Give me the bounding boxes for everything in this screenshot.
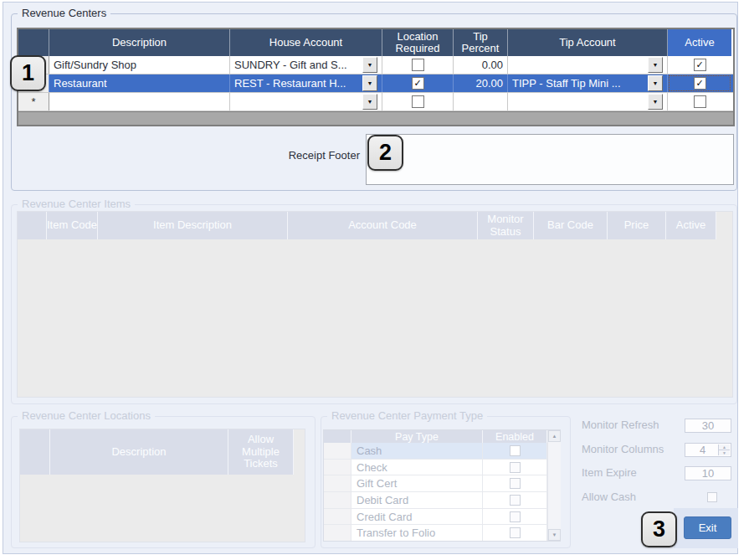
tip-account-cell[interactable]: ▼	[508, 56, 668, 74]
payment-row-gift-cert: Gift Cert	[324, 475, 547, 492]
dropdown-arrow-icon[interactable]: ▼	[648, 57, 663, 73]
revenue-center-row-gift-sundry[interactable]: Gift/Sundry Shop SUNDRY - Gift and S... …	[18, 56, 733, 74]
header-monitor-status: Monitor Status	[478, 212, 534, 239]
allow-cash-checkbox	[707, 492, 717, 502]
header-price: Price	[608, 212, 666, 239]
dropdown-arrow-icon[interactable]: ▼	[362, 57, 377, 73]
scroll-up-icon: ▲	[548, 430, 561, 442]
header-tip-account: Tip Account	[508, 29, 668, 56]
enabled-checkbox	[510, 445, 521, 456]
monitor-columns-label: Monitor Columns	[582, 443, 664, 455]
tip-percent-cell[interactable]	[454, 93, 508, 110]
monitor-columns-stepper: 4 ▲ ▼	[685, 443, 731, 457]
callout-badge-3: 3	[641, 511, 677, 547]
revenue-center-items-group-label: Revenue Center Items	[18, 198, 135, 210]
monitor-refresh-input: 30	[685, 419, 731, 433]
revenue-centers-grid[interactable]: Description House Account Location Requi…	[17, 28, 735, 126]
revenue-center-locations-grid: Description Allow Multiple Tickets	[19, 429, 305, 542]
house-account-value: REST - Restaurant H...	[234, 77, 346, 90]
active-cell[interactable]: ✓	[668, 56, 731, 74]
revenue-center-payment-type-group-label: Revenue Center Payment Type	[327, 409, 487, 422]
header-bar-code: Bar Code	[534, 212, 608, 239]
dropdown-arrow-icon[interactable]: ▼	[648, 75, 663, 91]
payment-grid-header: Pay Type Enabled	[324, 430, 547, 443]
header-description: Description	[49, 29, 230, 56]
tip-account-cell[interactable]: ▼	[508, 93, 668, 110]
header-description: Description	[50, 429, 228, 475]
allow-cash-label: Allow Cash	[582, 491, 636, 503]
header-allow-multiple-tickets: Allow Multiple Tickets	[228, 429, 294, 475]
location-required-cell[interactable]	[382, 56, 454, 74]
location-required-checkbox[interactable]	[412, 95, 424, 108]
header-row-selector	[324, 430, 351, 443]
header-active: Active	[666, 212, 716, 239]
house-account-cell[interactable]: ▼	[230, 93, 382, 110]
pay-type-cell: Cash	[351, 443, 483, 459]
items-grid-header: Item Code Item Description Account Code …	[18, 212, 732, 239]
header-enabled: Enabled	[483, 430, 547, 443]
payment-grid-scrollbar: ▲ ▼	[547, 430, 561, 541]
active-cell[interactable]	[668, 93, 731, 110]
header-house-account: House Account	[230, 29, 382, 56]
revenue-center-row-new[interactable]: * ▼ ▼	[18, 93, 733, 111]
payment-row-cash: Cash	[324, 443, 547, 460]
dropdown-arrow-icon[interactable]: ▼	[362, 75, 377, 91]
tip-percent-cell[interactable]: 0.00	[454, 56, 508, 74]
location-required-checkbox[interactable]: ✓	[412, 77, 424, 90]
new-row-marker[interactable]: *	[18, 93, 49, 110]
revenue-center-items-grid: Item Code Item Description Account Code …	[17, 211, 733, 398]
dropdown-arrow-icon[interactable]: ▼	[648, 94, 663, 110]
pay-type-cell: Credit Card	[351, 509, 483, 525]
revenue-centers-group-label: Revenue Centers	[18, 7, 110, 19]
exit-button[interactable]: Exit	[684, 516, 731, 539]
description-cell[interactable]: Gift/Sundry Shop	[49, 56, 230, 74]
spin-up-icon: ▲	[719, 444, 730, 450]
tip-account-cell[interactable]: TIPP - Staff Tip Mini ... ▼	[508, 74, 668, 92]
header-active: Active	[668, 29, 731, 56]
header-row-selector	[20, 429, 50, 475]
house-account-cell[interactable]: REST - Restaurant H... ▼	[230, 74, 382, 92]
payment-row-credit-card: Credit Card	[324, 509, 547, 526]
active-cell-focused[interactable]: ✓	[668, 74, 731, 92]
description-cell[interactable]: Restaurant	[49, 74, 230, 92]
payment-row-check: Check	[324, 460, 547, 476]
callout-badge-2: 2	[367, 135, 403, 171]
enabled-checkbox	[510, 478, 521, 489]
active-checkbox[interactable]	[694, 95, 706, 108]
grid-filler-area	[18, 111, 733, 125]
active-checkbox[interactable]: ✓	[694, 77, 706, 90]
pay-type-cell: Debit Card	[351, 492, 483, 508]
description-cell[interactable]	[49, 93, 230, 110]
locations-grid-header: Description Allow Multiple Tickets	[20, 429, 305, 475]
spin-down-icon: ▼	[719, 450, 730, 455]
active-checkbox[interactable]: ✓	[694, 59, 706, 71]
payment-row-debit-card: Debit Card	[324, 492, 547, 509]
revenue-center-row-restaurant[interactable]: Restaurant REST - Restaurant H... ▼ ✓ 20…	[18, 74, 733, 93]
receipt-footer-input[interactable]	[366, 134, 734, 185]
header-tip-percent: Tip Percent	[454, 29, 508, 56]
header-item-code: Item Code	[47, 212, 98, 239]
revenue-centers-grid-header: Description House Account Location Requi…	[18, 29, 733, 56]
location-required-checkbox[interactable]	[412, 59, 424, 71]
header-row-selector	[18, 212, 47, 239]
house-account-value: SUNDRY - Gift and S...	[234, 59, 347, 71]
enabled-checkbox	[510, 495, 521, 506]
enabled-checkbox	[510, 527, 521, 538]
payment-row-transfer-to-folio: Transfer to Folio	[324, 525, 547, 541]
payment-type-grid: Pay Type Enabled Cash Check Gift Cert De…	[323, 429, 561, 542]
tip-percent-cell[interactable]: 20.00	[454, 74, 508, 92]
location-required-cell[interactable]: ✓	[382, 74, 454, 92]
enabled-checkbox	[510, 462, 521, 473]
callout-badge-1: 1	[10, 55, 46, 91]
pay-type-cell: Check	[351, 460, 483, 475]
dropdown-arrow-icon[interactable]: ▼	[362, 94, 377, 110]
header-account-code: Account Code	[288, 212, 478, 239]
location-required-cell[interactable]	[382, 93, 454, 110]
scroll-down-icon: ▼	[548, 529, 561, 541]
house-account-cell[interactable]: SUNDRY - Gift and S... ▼	[230, 56, 382, 74]
header-row-selector	[18, 29, 49, 56]
header-pay-type: Pay Type	[351, 430, 483, 443]
header-location-required: Location Required	[382, 29, 454, 56]
item-expire-label: Item Expire	[582, 466, 637, 479]
monitor-columns-value: 4	[700, 444, 705, 455]
